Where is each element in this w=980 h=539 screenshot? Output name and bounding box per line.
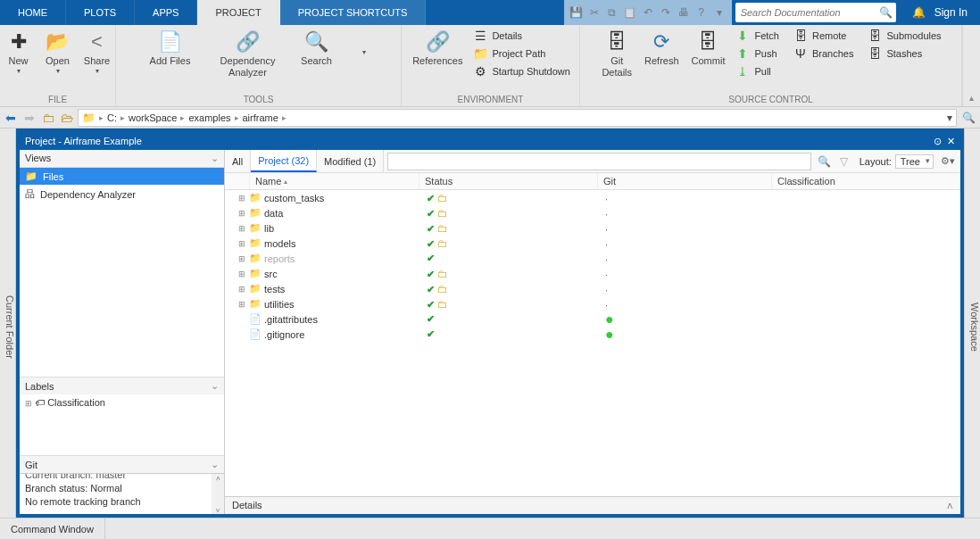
share-button[interactable]: <Share▾	[79, 27, 116, 79]
table-row[interactable]: ⊞📁lib✔ 🗀·	[225, 220, 960, 236]
undo-icon[interactable]: ↶	[641, 5, 655, 20]
expand-icon[interactable]: ⊞	[236, 270, 248, 278]
folder-history-icon[interactable]: 🗁	[59, 111, 75, 125]
table-row[interactable]: ⊞📁tests✔ 🗀·	[225, 281, 960, 296]
git-collapse-icon[interactable]: ⌄	[211, 459, 219, 470]
pull-button[interactable]: ⤓Pull	[732, 62, 783, 80]
refresh-button[interactable]: ⟳Refresh	[639, 27, 685, 70]
view-files[interactable]: 📁Files	[20, 168, 224, 185]
redo-icon[interactable]: ↷	[659, 5, 673, 20]
tab-project[interactable]: PROJECT	[197, 0, 279, 25]
col-status[interactable]: Status	[419, 173, 598, 189]
filter-project[interactable]: Project (32)	[251, 150, 317, 172]
search-doc-input[interactable]	[735, 7, 876, 18]
labels-collapse-icon[interactable]: ⌄	[211, 380, 219, 392]
project-path-button[interactable]: 📁Project Path	[469, 45, 573, 62]
dependency-analyzer-button[interactable]: 🔗Dependency Analyzer	[208, 27, 288, 82]
filter-funnel-icon[interactable]: ▽	[835, 155, 854, 168]
table-row[interactable]: 📄.gitignore✔●	[225, 327, 960, 342]
address-bar[interactable]: 📁 ▸ C: ▸ workSpace ▸ examples ▸ airframe…	[78, 109, 957, 127]
crumb-airframe[interactable]: airframe	[243, 112, 278, 123]
back-button[interactable]: ⬅	[3, 110, 19, 126]
filter-modified[interactable]: Modified (1)	[317, 150, 384, 172]
classification-label[interactable]: Classification	[47, 397, 105, 408]
search-button[interactable]: 🔍Search	[290, 27, 344, 70]
cut-icon[interactable]: ✂	[587, 5, 602, 20]
details-button[interactable]: ☰Details	[469, 27, 573, 45]
labels-expand-icon[interactable]: ⊞	[25, 399, 32, 408]
panel-close-icon[interactable]: ✕	[947, 136, 955, 147]
folder-up-icon[interactable]: 🗀	[40, 111, 56, 125]
add-files-button[interactable]: 📄Add Files	[135, 27, 206, 70]
expand-icon[interactable]: ⊞	[236, 239, 248, 248]
table-row[interactable]: ⊞📁custom_tasks✔ 🗀·	[225, 190, 960, 205]
col-classification[interactable]: Classification	[772, 173, 960, 189]
search-icon[interactable]: 🔍	[876, 6, 896, 19]
expand-icon[interactable]: ⊞	[236, 254, 248, 263]
open-button[interactable]: 📂Open▾	[39, 27, 77, 79]
expand-icon[interactable]: ⊞	[236, 224, 248, 233]
fetch-button[interactable]: ⬇Fetch	[732, 27, 783, 45]
tab-plots[interactable]: PLOTS	[66, 0, 135, 25]
views-collapse-icon[interactable]: ⌄	[211, 153, 219, 164]
col-name[interactable]: Name▴	[250, 173, 419, 189]
tab-project-shortcuts[interactable]: PROJECT SHORTCUTS	[280, 0, 426, 25]
push-button[interactable]: ⬆Push	[732, 45, 783, 62]
stashes-button[interactable]: 🗄Stashes	[864, 45, 944, 62]
ribbon-toolbar: ✚New▾ 📂Open▾ <Share▾ FILE 📄Add Files 🔗De…	[0, 25, 980, 107]
crumb-sep[interactable]: ▸	[99, 113, 104, 122]
tab-apps[interactable]: APPS	[135, 0, 197, 25]
panel-menu-icon[interactable]: ⊙	[934, 136, 942, 147]
view-dependency-analyzer[interactable]: 品Dependency Analyzer	[20, 185, 224, 203]
expand-icon[interactable]: ⊞	[236, 285, 248, 294]
forward-button[interactable]: ➡	[21, 110, 37, 126]
table-row[interactable]: ⊞📁src✔ 🗀·	[225, 266, 960, 281]
tab-home[interactable]: HOME	[0, 0, 66, 25]
new-button[interactable]: ✚New▾	[0, 27, 37, 79]
table-row[interactable]: ⊞📁data✔ 🗀·	[225, 205, 960, 220]
file-status: ✔	[421, 253, 600, 264]
help-icon[interactable]: ?	[694, 5, 709, 20]
expand-icon[interactable]: ⊞	[236, 300, 248, 309]
details-expand-icon[interactable]: ʌ	[947, 500, 953, 511]
startup-shutdown-button[interactable]: ⚙Startup Shutdown	[469, 62, 573, 80]
current-folder-tab[interactable]: Current Folder	[0, 129, 16, 518]
paste-icon[interactable]: 📋	[623, 5, 637, 20]
search-documentation[interactable]: 🔍	[735, 3, 896, 22]
crumb-drive[interactable]: C:	[107, 112, 117, 123]
table-row[interactable]: ⊞📁models✔ 🗀·	[225, 236, 960, 251]
address-dropdown-icon[interactable]: ▾	[947, 112, 956, 124]
submodules-button[interactable]: 🗄Submodules	[864, 27, 944, 45]
col-git[interactable]: Git	[598, 173, 772, 189]
sign-in-link[interactable]: Sign In	[934, 6, 968, 19]
save-icon[interactable]: 💾	[569, 5, 584, 20]
table-row[interactable]: ⊞📁utilities✔ 🗀·	[225, 296, 960, 311]
references-button[interactable]: 🔗References	[407, 27, 468, 70]
filter-search-input[interactable]	[387, 153, 811, 170]
git-details-button[interactable]: 🗄Git Details	[596, 27, 637, 82]
layout-select[interactable]: Tree	[895, 154, 934, 169]
find-files-icon[interactable]: 🔍	[959, 112, 977, 124]
tools-more-button[interactable]: ▾	[345, 27, 383, 60]
copy-icon[interactable]: ⧉	[605, 5, 619, 20]
table-row[interactable]: 📄.gitattributes✔●	[225, 311, 960, 327]
filter-all[interactable]: All	[225, 150, 251, 172]
crumb-workspace[interactable]: workSpace	[129, 112, 177, 123]
expand-icon[interactable]: ⊞	[236, 194, 248, 203]
expand-icon[interactable]: ⊞	[236, 209, 248, 218]
branches-button[interactable]: ΨBranches	[790, 45, 857, 62]
minimize-ribbon-icon[interactable]: ▴	[969, 93, 974, 106]
crumb-examples[interactable]: examples	[188, 112, 230, 123]
notifications-icon[interactable]: 🔔	[912, 6, 926, 19]
more-icon[interactable]: ▾	[712, 5, 727, 20]
filter-search-icon[interactable]: 🔍	[815, 155, 835, 168]
workspace-tab[interactable]: Workspace	[964, 129, 980, 518]
command-window-button[interactable]: Command Window	[0, 518, 105, 539]
print-icon[interactable]: 🖶	[677, 5, 691, 20]
git-scrollbar[interactable]: ʌv	[212, 474, 224, 514]
details-label[interactable]: Details	[232, 500, 262, 511]
commit-button[interactable]: 🗄Commit	[686, 27, 731, 70]
gear-icon[interactable]: ⚙▾	[941, 155, 955, 167]
table-row[interactable]: ⊞📁reports✔·	[225, 251, 960, 266]
remote-button[interactable]: 🗄Remote	[790, 27, 857, 45]
